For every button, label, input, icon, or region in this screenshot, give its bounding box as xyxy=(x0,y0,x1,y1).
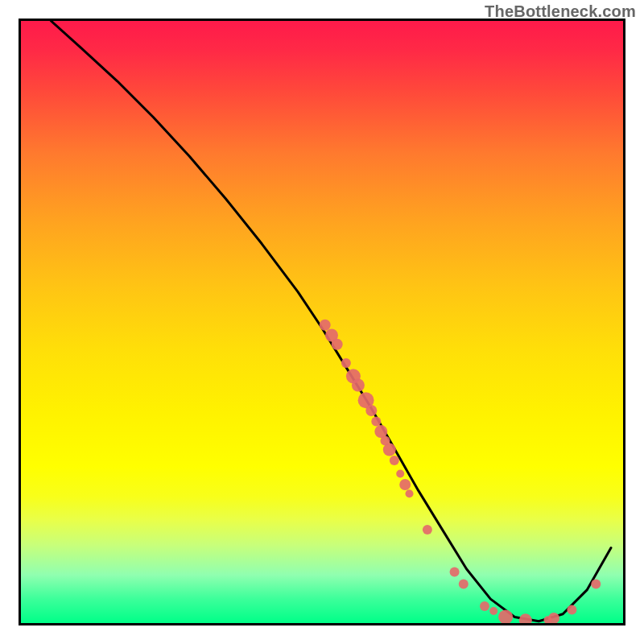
svg-point-25 xyxy=(567,605,576,615)
svg-point-17 xyxy=(450,567,460,576)
chart-svg xyxy=(21,21,623,623)
svg-point-8 xyxy=(371,416,381,426)
svg-point-0 xyxy=(320,320,331,331)
svg-point-20 xyxy=(489,607,497,615)
svg-point-26 xyxy=(591,579,601,588)
svg-point-12 xyxy=(390,456,399,465)
svg-point-15 xyxy=(406,489,414,497)
svg-point-18 xyxy=(459,579,469,588)
svg-point-14 xyxy=(399,479,411,490)
svg-point-11 xyxy=(383,444,396,456)
curve-line xyxy=(51,21,611,621)
svg-point-21 xyxy=(498,610,513,624)
svg-point-7 xyxy=(365,405,377,416)
scatter-points xyxy=(320,320,601,623)
svg-point-2 xyxy=(332,339,343,350)
svg-point-13 xyxy=(396,470,404,478)
svg-point-5 xyxy=(352,379,365,392)
svg-point-3 xyxy=(341,358,351,368)
svg-point-19 xyxy=(480,601,489,611)
svg-point-22 xyxy=(519,613,532,623)
svg-point-16 xyxy=(423,525,432,535)
svg-point-24 xyxy=(548,613,559,623)
watermark-text: TheBottleneck.com xyxy=(485,2,636,21)
plot-area xyxy=(19,19,625,625)
